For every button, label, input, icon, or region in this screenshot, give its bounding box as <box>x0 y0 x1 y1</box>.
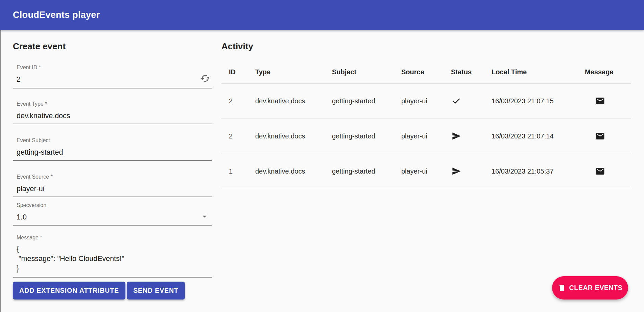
add-extension-attribute-button[interactable]: ADD EXTENSION ATTRIBUTE <box>13 282 125 300</box>
event-subject-input[interactable]: getting-started <box>17 148 212 156</box>
table-row: 1 dev.knative.docs getting-started playe… <box>221 154 631 189</box>
refresh-icon[interactable] <box>200 73 210 83</box>
clear-events-button[interactable]: CLEAR EVENTS <box>552 276 628 300</box>
table-row: 2 dev.knative.docs getting-started playe… <box>221 83 631 119</box>
specversion-label: Specversion <box>17 202 212 208</box>
cell-id: 2 <box>221 83 255 119</box>
cell-status <box>451 83 492 119</box>
event-subject-label: Event Subject <box>17 137 212 144</box>
cell-status <box>451 119 492 154</box>
event-id-field[interactable]: Event ID * 2 <box>13 62 212 88</box>
table-row: 2 dev.knative.docs getting-started playe… <box>221 119 631 154</box>
form-actions: ADD EXTENSION ATTRIBUTE SEND EVENT <box>13 282 185 300</box>
cell-source: player-ui <box>401 154 451 189</box>
column-header-message: Message <box>585 61 631 83</box>
event-source-label: Event Source * <box>17 174 212 180</box>
column-header-source: Source <box>401 61 451 83</box>
cell-local-time: 16/03/2023 21:05:37 <box>492 154 585 189</box>
cell-message <box>585 83 631 119</box>
chevron-down-icon[interactable] <box>200 212 209 221</box>
cell-subject: getting-started <box>332 154 401 189</box>
cell-type: dev.knative.docs <box>255 83 332 119</box>
table-header-row: ID Type Subject Source Status Local Time… <box>221 61 631 83</box>
cell-local-time: 16/03/2023 21:07:15 <box>492 83 585 119</box>
cell-subject: getting-started <box>332 83 401 119</box>
trash-icon <box>558 284 566 292</box>
cell-local-time: 16/03/2023 21:07:14 <box>492 119 585 154</box>
cell-source: player-ui <box>401 119 451 154</box>
event-type-field[interactable]: Event Type * dev.knative.docs <box>13 99 212 124</box>
send-icon <box>452 131 461 141</box>
activity-table: ID Type Subject Source Status Local Time… <box>221 61 631 189</box>
message-label: Message * <box>17 235 212 241</box>
cell-id: 1 <box>221 154 255 189</box>
event-type-input[interactable]: dev.knative.docs <box>17 112 212 120</box>
column-header-type: Type <box>255 61 332 83</box>
cell-subject: getting-started <box>332 119 401 154</box>
cell-type: dev.knative.docs <box>255 154 332 189</box>
event-subject-field[interactable]: Event Subject getting-started <box>13 135 212 161</box>
event-source-input[interactable]: player-ui <box>17 185 212 193</box>
app-header: CloudEvents player <box>0 0 644 30</box>
event-source-field[interactable]: Event Source * player-ui <box>13 172 212 197</box>
event-id-label: Event ID * <box>17 64 212 71</box>
message-field[interactable]: Message * { "message": "Hello CloudEvent… <box>13 232 212 278</box>
cell-message <box>585 119 631 154</box>
event-type-label: Event Type * <box>17 101 212 107</box>
create-event-heading: Create event <box>13 41 66 52</box>
event-id-input[interactable]: 2 <box>17 75 212 83</box>
send-event-button[interactable]: SEND EVENT <box>127 282 185 300</box>
check-icon <box>452 96 461 106</box>
app-title: CloudEvents player <box>13 10 100 20</box>
cell-id: 2 <box>221 119 255 154</box>
window-left-border <box>0 30 1 312</box>
cell-type: dev.knative.docs <box>255 119 332 154</box>
send-icon <box>452 166 461 176</box>
email-icon[interactable] <box>595 166 605 176</box>
cell-message <box>585 154 631 189</box>
specversion-value[interactable]: 1.0 <box>17 213 212 221</box>
activity-heading: Activity <box>221 41 253 52</box>
column-header-subject: Subject <box>332 61 401 83</box>
email-icon[interactable] <box>595 131 605 141</box>
column-header-local-time: Local Time <box>492 61 585 83</box>
email-icon[interactable] <box>595 96 605 106</box>
specversion-select[interactable]: Specversion 1.0 <box>13 200 212 226</box>
message-input[interactable]: { "message": "Hello CloudEvents!" } <box>17 244 212 274</box>
cell-source: player-ui <box>401 83 451 119</box>
column-header-status: Status <box>451 61 492 83</box>
cell-status <box>451 154 492 189</box>
column-header-id: ID <box>221 61 255 83</box>
clear-events-label: CLEAR EVENTS <box>569 284 623 292</box>
